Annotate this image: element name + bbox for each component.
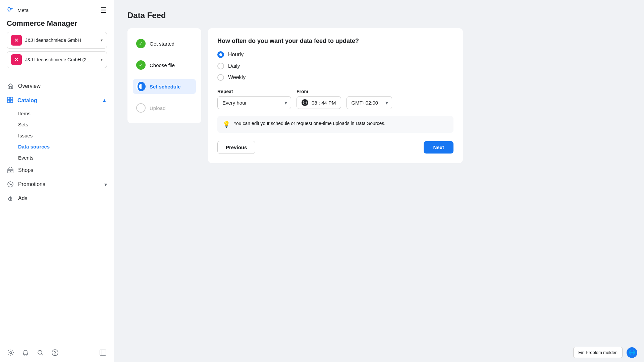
sidebar-item-issues[interactable]: Issues <box>18 130 114 141</box>
help-icon[interactable] <box>51 349 59 357</box>
sidebar-item-items[interactable]: Items <box>18 108 114 119</box>
repeat-section: Repeat Every hour Every 2 hours Every 4 … <box>217 89 453 109</box>
step-label-choose-file: Choose file <box>150 62 175 68</box>
step-icon-upload <box>136 103 146 113</box>
action-row: Previous Next <box>217 141 453 154</box>
account-selector-2[interactable]: ✕ J&J Ideenschmiede GmbH (2... ▾ <box>7 51 107 68</box>
clock-icon <box>302 99 308 106</box>
step-set-schedule: Set schedule <box>133 79 196 94</box>
sidebar-item-overview-label: Overview <box>18 83 41 89</box>
settings-icon[interactable] <box>7 349 15 357</box>
meta-logo-text: Meta <box>17 7 29 13</box>
home-icon <box>7 82 14 90</box>
radio-weekly[interactable]: Weekly <box>217 74 453 81</box>
sidebar-bottom <box>0 343 114 362</box>
shops-icon <box>7 167 14 174</box>
account-selector-1[interactable]: ✕ J&J Ideenschmiede GmbH ▾ <box>7 32 107 49</box>
svg-point-10 <box>55 355 55 355</box>
schedule-question: How often do you want your data feed to … <box>217 38 453 45</box>
sidebar-item-catalog[interactable]: Catalog ▲ <box>0 93 114 108</box>
sidebar-item-events[interactable]: Events <box>18 152 114 163</box>
sidebar-item-overview[interactable]: Overview <box>0 79 114 93</box>
next-button[interactable]: Next <box>424 141 453 154</box>
repeat-field-group: Repeat Every hour Every 2 hours Every 4 … <box>217 89 291 109</box>
timezone-field-group: tz GMT+02:00 GMT+00:00 GMT+01:00 GMT+03:… <box>346 89 392 109</box>
svg-rect-5 <box>8 169 13 173</box>
hamburger-button[interactable]: ☰ <box>100 6 107 15</box>
schedule-panel: How often do you want your data feed to … <box>208 28 463 163</box>
commerce-manager-title: Commerce Manager <box>7 18 107 32</box>
svg-rect-4 <box>10 100 13 103</box>
radio-label-daily: Daily <box>228 63 240 69</box>
timezone-select-wrapper: GMT+02:00 GMT+00:00 GMT+01:00 GMT+03:00 … <box>346 96 392 109</box>
step-get-started: ✓ Get started <box>133 36 196 51</box>
bottom-bar: Ein Problem melden 🌐 <box>567 343 644 362</box>
step-icon-set-schedule <box>136 82 146 91</box>
svg-rect-1 <box>7 97 10 100</box>
radio-circle-daily <box>217 63 224 69</box>
step-label-set-schedule: Set schedule <box>150 84 181 89</box>
frequency-radio-group: Hourly Daily Weekly <box>217 51 453 81</box>
sidebar-item-ads[interactable]: Ads <box>0 191 114 205</box>
repeat-select-wrapper: Every hour Every 2 hours Every 4 hours E… <box>217 96 291 109</box>
step-icon-get-started: ✓ <box>136 39 146 48</box>
sidebar: Meta ☰ Commerce Manager ✕ J&J Ideenschmi… <box>0 0 114 362</box>
radio-daily[interactable]: Daily <box>217 63 453 69</box>
search-icon[interactable] <box>36 349 44 357</box>
svg-point-7 <box>10 352 12 354</box>
globe-icon[interactable]: 🌐 <box>627 347 637 358</box>
meta-logo: Meta ☰ <box>7 5 107 15</box>
time-value: 08 : 44 PM <box>312 100 336 106</box>
sidebar-item-catalog-label: Catalog <box>17 98 37 104</box>
sidebar-item-shops[interactable]: Shops <box>0 163 114 177</box>
promotions-icon <box>7 181 14 188</box>
wizard-container: ✓ Get started ✓ Choose file Set schedule <box>127 28 463 163</box>
step-upload: Upload <box>133 101 196 115</box>
repeat-select[interactable]: Every hour Every 2 hours Every 4 hours E… <box>217 96 291 109</box>
account-icon-1: ✕ <box>11 35 22 46</box>
radio-label-weekly: Weekly <box>228 74 246 80</box>
info-box: 💡 You can edit your schedule or request … <box>217 116 453 133</box>
svg-point-0 <box>8 8 10 11</box>
step-label-get-started: Get started <box>150 41 174 47</box>
sidebar-item-promotions-label: Promotions <box>18 181 45 187</box>
meta-logo-icon <box>7 5 15 15</box>
radio-circle-hourly <box>217 51 224 58</box>
radio-hourly[interactable]: Hourly <box>217 51 453 58</box>
sidebar-nav: Overview Catalog ▲ Items Sets I <box>0 75 114 343</box>
info-text: You can edit your schedule or request on… <box>233 121 385 126</box>
sidebar-panel-icon[interactable] <box>99 349 107 357</box>
sidebar-item-ads-label: Ads <box>18 195 28 201</box>
step-icon-choose-file: ✓ <box>136 60 146 70</box>
page-title: Data Feed <box>127 11 631 20</box>
catalog-chevron-icon: ▲ <box>102 98 107 104</box>
svg-point-8 <box>38 350 42 354</box>
catalog-sub-items: Items Sets Issues Data sources Events <box>0 108 114 163</box>
sidebar-item-shops-label: Shops <box>18 167 33 173</box>
account-chevron-2: ▾ <box>101 57 103 62</box>
catalog-icon <box>7 97 13 105</box>
svg-rect-2 <box>10 97 13 100</box>
promotions-chevron-icon: ▾ <box>104 181 107 188</box>
radio-circle-weekly <box>217 74 224 81</box>
repeat-row: Repeat Every hour Every 2 hours Every 4 … <box>217 89 453 109</box>
from-field-group: From 08 : 44 PM <box>297 89 341 109</box>
sidebar-item-sets[interactable]: Sets <box>18 119 114 130</box>
repeat-label: Repeat <box>217 89 291 94</box>
steps-panel: ✓ Get started ✓ Choose file Set schedule <box>127 28 201 123</box>
main-content: Data Feed ✓ Get started ✓ Choose file <box>114 0 644 362</box>
report-problem-button[interactable]: Ein Problem melden <box>573 347 623 358</box>
step-label-upload: Upload <box>150 105 166 111</box>
time-input[interactable]: 08 : 44 PM <box>297 96 341 109</box>
from-label: From <box>297 89 341 94</box>
notifications-icon[interactable] <box>21 349 30 357</box>
sidebar-item-data-sources[interactable]: Data sources <box>18 141 114 152</box>
sidebar-catalog-section: Catalog ▲ Items Sets Issues Data sources… <box>0 93 114 163</box>
previous-button[interactable]: Previous <box>217 141 255 154</box>
step-choose-file: ✓ Choose file <box>133 58 196 72</box>
account-name-1: J&J Ideenschmiede GmbH <box>25 38 97 43</box>
sidebar-header: Meta ☰ Commerce Manager ✕ J&J Ideenschmi… <box>0 0 114 75</box>
timezone-select[interactable]: GMT+02:00 GMT+00:00 GMT+01:00 GMT+03:00 <box>346 96 392 109</box>
radio-label-hourly: Hourly <box>228 52 244 58</box>
sidebar-item-promotions[interactable]: Promotions ▾ <box>0 177 114 191</box>
